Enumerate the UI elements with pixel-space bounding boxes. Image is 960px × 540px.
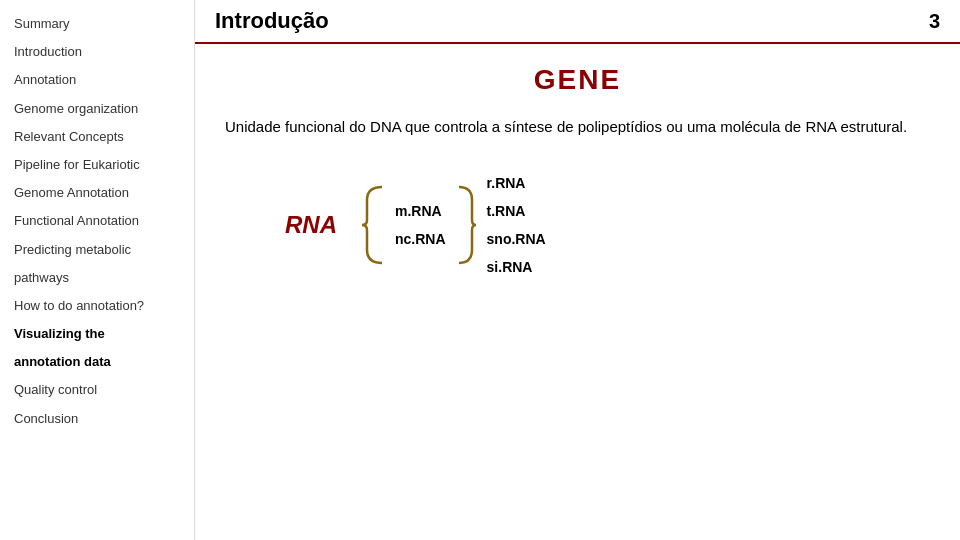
- rna-right-types: r.RNA t.RNA sno.RNA si.RNA: [487, 169, 546, 281]
- mrna-item: m.RNA: [395, 197, 446, 225]
- sidebar-item-how-to[interactable]: How to do annotation?: [0, 292, 194, 320]
- sidebar-item-genome-org[interactable]: Genome organization: [0, 95, 194, 123]
- sidebar-item-visualizing[interactable]: Visualizing the: [0, 320, 194, 348]
- sidebar: Summary Introduction Annotation Genome o…: [0, 0, 195, 540]
- ncrna-item: nc.RNA: [395, 225, 446, 253]
- sidebar-item-functional[interactable]: Functional Annotation: [0, 207, 194, 235]
- sidebar-item-conclusion[interactable]: Conclusion: [0, 405, 194, 433]
- slide-content: GENE Unidade funcional do DNA que contro…: [195, 44, 960, 540]
- slide-header: Introdução 3: [195, 0, 960, 44]
- sidebar-item-genome-ann[interactable]: Genome Annotation: [0, 179, 194, 207]
- sidebar-item-annotation-data[interactable]: annotation data: [0, 348, 194, 376]
- rrna-item: r.RNA: [487, 169, 546, 197]
- page-number: 3: [929, 10, 940, 33]
- trna-item: t.RNA: [487, 197, 546, 225]
- rna-structure: m.RNA nc.RNA r.RNA t.RNA sno.RNA si.RNA: [357, 169, 546, 281]
- sidebar-item-pathways[interactable]: pathways: [0, 264, 194, 292]
- rna-diagram: RNA m.RNA nc.RNA: [285, 169, 930, 281]
- gene-description: Unidade funcional do DNA que controla a …: [225, 116, 930, 139]
- main-content: Introdução 3 GENE Unidade funcional do D…: [195, 0, 960, 540]
- right-brace-container: [454, 185, 479, 265]
- mrna-ncrna-column: m.RNA nc.RNA: [395, 197, 446, 253]
- sidebar-item-predicting[interactable]: Predicting metabolic: [0, 236, 194, 264]
- gene-title: GENE: [225, 64, 930, 96]
- sidebar-item-relevant[interactable]: Relevant Concepts: [0, 123, 194, 151]
- sidebar-item-pipeline[interactable]: Pipeline for Eukariotic: [0, 151, 194, 179]
- rna-label: RNA: [285, 211, 337, 239]
- sirna-item: si.RNA: [487, 253, 546, 281]
- right-brace-icon: [454, 185, 479, 265]
- slide-title: Introdução: [215, 8, 329, 34]
- sidebar-item-quality[interactable]: Quality control: [0, 376, 194, 404]
- left-brace-icon: [357, 185, 387, 265]
- sidebar-item-introduction[interactable]: Introduction: [0, 38, 194, 66]
- snorna-item: sno.RNA: [487, 225, 546, 253]
- sidebar-item-summary[interactable]: Summary: [0, 10, 194, 38]
- sidebar-item-annotation[interactable]: Annotation: [0, 66, 194, 94]
